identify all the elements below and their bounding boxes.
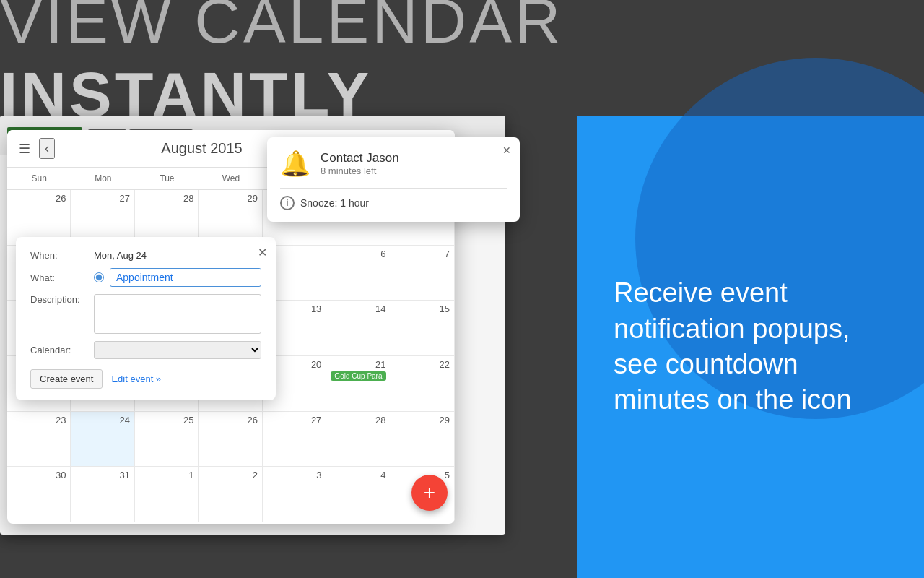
- prev-month-button[interactable]: ‹: [39, 138, 55, 159]
- add-event-fab[interactable]: +: [411, 475, 448, 511]
- calendar-day-3[interactable]: 3: [263, 467, 326, 522]
- calendar-label: Calendar:: [30, 345, 88, 355]
- calendar-day-27[interactable]: 27: [263, 412, 326, 467]
- calendar-day-28[interactable]: 28: [326, 412, 391, 467]
- when-value: Mon, Aug 24: [94, 250, 147, 261]
- quick-add-close-icon[interactable]: ✕: [258, 246, 267, 259]
- calendar-day-25[interactable]: 25: [135, 412, 199, 467]
- edit-event-link[interactable]: Edit event »: [111, 374, 161, 384]
- notification-divider: [280, 188, 507, 189]
- calendar-day-7[interactable]: 7: [391, 246, 455, 301]
- description-row: Description:: [30, 294, 261, 334]
- create-event-button[interactable]: Create event: [30, 369, 103, 389]
- calendar-select[interactable]: [94, 341, 261, 359]
- calendar-day-24[interactable]: 24: [71, 412, 134, 467]
- what-label: What:: [30, 272, 88, 283]
- snooze-label[interactable]: Snooze: 1 hour: [300, 197, 369, 209]
- calendar-day-14[interactable]: 14: [326, 301, 391, 356]
- snooze-row: i Snooze: 1 hour: [280, 196, 507, 210]
- main-content: The Green Pr PRESS CONTRIBUT... ☰ ‹ Augu…: [0, 116, 924, 578]
- calendar-day-26[interactable]: 26: [199, 412, 262, 467]
- bell-icon: 🔔: [280, 149, 310, 178]
- notification-close-icon[interactable]: ✕: [502, 144, 511, 156]
- calendar-day-15[interactable]: 15: [391, 301, 455, 356]
- calendar-day-2[interactable]: 2: [199, 467, 262, 522]
- calendar-day-4[interactable]: 4: [326, 467, 391, 522]
- what-row: What:: [30, 268, 261, 287]
- description-input[interactable]: [94, 294, 261, 334]
- day-header-tue: Tue: [135, 168, 199, 189]
- day-header-wed: Wed: [199, 168, 263, 189]
- notification-title: Contact Jason: [321, 151, 399, 165]
- popup-actions: Create event Edit event »: [30, 366, 261, 389]
- description-label: Description:: [30, 294, 88, 305]
- calendar-day-6[interactable]: 6: [326, 246, 391, 301]
- calendar-day-30[interactable]: 30: [7, 467, 71, 522]
- calendar-day-1[interactable]: 1: [135, 467, 199, 522]
- quick-add-popup: ✕ When: Mon, Aug 24 What: Description: C…: [16, 237, 276, 400]
- calendar-day-31[interactable]: 31: [71, 467, 134, 522]
- hamburger-icon[interactable]: ☰: [19, 141, 30, 157]
- calendar-row: Calendar:: [30, 341, 261, 359]
- day-header-mon: Mon: [71, 168, 136, 189]
- right-description-text: Receive event notification popups, see c…: [614, 275, 888, 418]
- when-label: When:: [30, 250, 88, 261]
- when-row: When: Mon, Aug 24: [30, 250, 261, 261]
- day-header-sun: Sun: [7, 168, 71, 189]
- notification-subtitle: 8 minutes left: [321, 165, 399, 176]
- info-icon: i: [280, 196, 295, 210]
- left-side: The Green Pr PRESS CONTRIBUT... ☰ ‹ Augu…: [0, 116, 578, 578]
- what-input[interactable]: [110, 268, 261, 287]
- calendar-day-21[interactable]: 21Gold Cup Para: [326, 356, 391, 412]
- notification-popup: ✕ 🔔 Contact Jason 8 minutes left i Snooz…: [267, 137, 520, 222]
- right-side: Receive event notification popups, see c…: [578, 116, 924, 578]
- notification-header: 🔔 Contact Jason 8 minutes left: [280, 149, 507, 178]
- calendar-day-23[interactable]: 23: [7, 412, 71, 467]
- calendar-day-29[interactable]: 29: [391, 412, 455, 467]
- what-radio[interactable]: [94, 272, 104, 282]
- calendar-day-22[interactable]: 22: [391, 356, 455, 412]
